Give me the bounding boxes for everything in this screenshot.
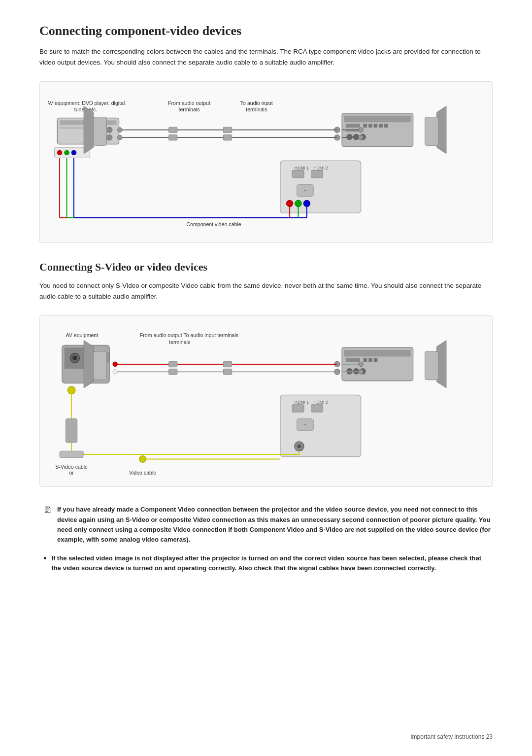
svg-rect-83 (223, 362, 232, 368)
svg-rect-26 (344, 116, 411, 122)
svg-text:HDMI 2: HDMI 2 (313, 400, 328, 405)
note-icon-1: 🖹 (43, 504, 52, 517)
notes-list: 🖹 If you have already made a Component V… (43, 505, 493, 573)
svg-rect-101 (292, 405, 304, 412)
svg-point-76 (72, 356, 77, 361)
svg-rect-119 (60, 451, 83, 458)
section1-title: Connecting component-video devices (39, 24, 493, 38)
svg-point-7 (57, 150, 62, 155)
svg-rect-86 (344, 350, 411, 356)
svg-text:HDMI 1: HDMI 1 (295, 166, 309, 171)
svg-point-5 (106, 135, 112, 140)
svg-rect-38 (425, 117, 438, 146)
note-item-2: • If the selected video image is not dis… (43, 553, 493, 573)
svg-text:Component video cable: Component video cable (186, 221, 241, 227)
svg-text:~: ~ (303, 422, 306, 427)
svg-point-50 (303, 200, 310, 206)
svg-rect-88 (363, 358, 367, 362)
note-dot-2: • (43, 553, 46, 564)
page-footer: Important safety instructions 23 (410, 733, 493, 740)
svg-point-91 (347, 369, 353, 375)
svg-text:From audio output: From audio output (168, 100, 210, 106)
svg-rect-27 (346, 124, 360, 128)
svg-point-34 (347, 134, 353, 140)
svg-rect-102 (311, 405, 323, 412)
svg-rect-44 (292, 171, 304, 178)
svg-point-114 (359, 370, 364, 375)
svg-text:~: ~ (303, 188, 306, 193)
svg-rect-89 (368, 358, 372, 362)
svg-rect-22 (169, 135, 177, 140)
svg-point-78 (113, 370, 118, 375)
intro1-text: Be sure to match the corresponding color… (39, 46, 483, 68)
svg-point-77 (113, 362, 118, 367)
svg-rect-24 (223, 135, 232, 140)
section2-title: Connecting S-Video or video devices (39, 261, 493, 274)
svg-point-67 (359, 128, 364, 133)
svg-text:or: or (69, 470, 74, 476)
svg-marker-96 (84, 341, 93, 388)
svg-rect-29 (363, 124, 367, 128)
note-text-1: If you have already made a Component Vid… (57, 505, 493, 545)
svg-point-18 (118, 135, 123, 140)
svg-point-4 (106, 127, 112, 133)
svg-rect-32 (379, 124, 383, 128)
svg-rect-40 (93, 117, 106, 146)
svg-point-9 (71, 150, 76, 155)
diagram1-section: AV equipment: DVD player, digital tuner,… (39, 81, 493, 243)
svg-rect-23 (223, 127, 232, 133)
svg-rect-90 (374, 358, 378, 362)
svg-point-49 (295, 200, 301, 206)
svg-point-68 (359, 135, 364, 140)
svg-text:HDMI 1: HDMI 1 (295, 400, 309, 405)
svg-rect-33 (384, 124, 388, 128)
svg-rect-82 (169, 369, 177, 375)
svg-point-106 (298, 445, 301, 448)
svg-rect-31 (374, 124, 378, 128)
svg-point-113 (359, 362, 364, 367)
svg-rect-81 (169, 362, 177, 368)
diagram2-svg-wrap: AV equipment From audio output To audio … (48, 326, 484, 479)
svg-rect-117 (66, 419, 77, 443)
note-text-2: If the selected video image is not displ… (51, 553, 493, 573)
intro2-text: You need to connect only S-Video or comp… (39, 280, 483, 302)
svg-text:terminals: terminals (179, 106, 200, 112)
note-item-1: 🖹 If you have already made a Component V… (43, 505, 493, 545)
svg-rect-21 (169, 127, 177, 133)
svg-text:From audio output  To audio in: From audio output To audio input termina… (140, 332, 238, 338)
svg-point-8 (65, 150, 69, 155)
svg-rect-84 (223, 369, 232, 375)
svg-point-124 (139, 456, 146, 462)
svg-rect-95 (425, 351, 438, 380)
svg-rect-45 (311, 171, 323, 178)
diag1-av-label: AV equipment: DVD player, digital (48, 100, 125, 106)
svg-text:To audio input: To audio input (240, 100, 273, 106)
svg-text:HDMI 2: HDMI 2 (313, 166, 328, 171)
diagram1-svg-wrap: AV equipment: DVD player, digital tuner,… (48, 92, 484, 235)
svg-rect-30 (368, 124, 372, 128)
svg-text:terminals: terminals (169, 339, 190, 345)
svg-point-17 (118, 128, 123, 133)
svg-text:AV equipment: AV equipment (66, 332, 99, 338)
svg-point-35 (353, 134, 359, 140)
svg-point-92 (353, 369, 359, 375)
svg-text:Video cable: Video cable (129, 470, 156, 476)
svg-marker-39 (84, 106, 93, 154)
diagram2-section: AV equipment From audio output To audio … (39, 315, 493, 487)
svg-point-48 (286, 200, 293, 206)
svg-text:S-Video cable: S-Video cable (55, 464, 88, 470)
svg-rect-97 (93, 351, 106, 380)
svg-point-115 (67, 387, 75, 394)
svg-rect-87 (346, 358, 360, 362)
svg-text:terminals: terminals (246, 106, 267, 112)
